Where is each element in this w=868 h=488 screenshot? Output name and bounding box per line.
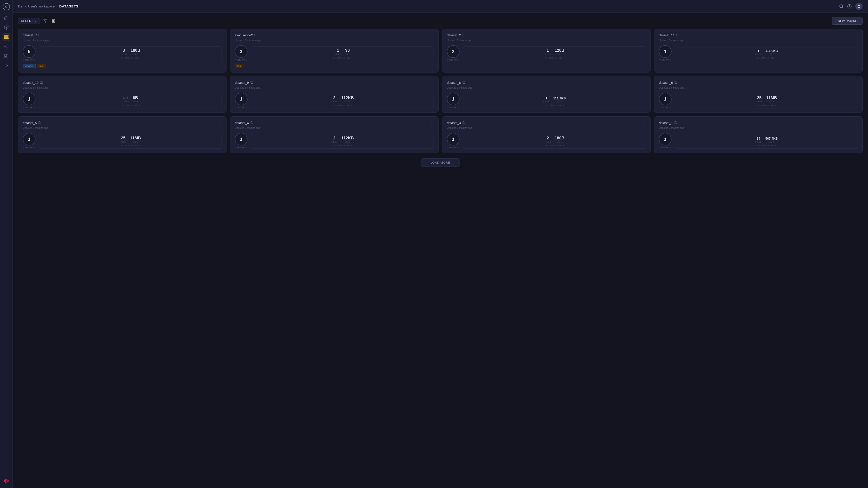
files-value: 25 [757,96,762,100]
card-header: dataset_4 [235,121,434,125]
svg-rect-23 [54,20,55,21]
card-title-row: sync_mode2 [235,33,257,37]
dataset-card[interactable]: dataset_9 Updated 3 months ago 1 VERSION… [230,76,438,113]
dataset-card[interactable]: sync_mode2 Updated 8 minutes ago 3 VERSI… [230,29,438,72]
search-button[interactable] [839,4,844,8]
dataset-card[interactable]: dataset_4 Updated 3 months ago 1 VERSION… [230,116,438,153]
dataset-card[interactable]: dataset_7 Updated 7 minutes ago 5 VERSIO… [18,29,226,72]
files-value: 14 [757,137,761,140]
svg-point-37 [432,36,432,36]
files-stat: 1 FILES [755,49,762,55]
size-stat: 567.4KB SIZE [765,137,778,143]
versions-col: 1 VERSIONS [23,93,35,108]
list-view-button[interactable] [59,18,66,24]
size-label: SIZE [557,53,562,55]
size-label: SIZE [769,101,774,103]
versions-label: VERSIONS [659,147,671,149]
card-header: dataset_8 [447,80,646,85]
card-header: dataset_11 [659,33,858,37]
tag: tag [37,64,45,68]
help-button[interactable] [847,4,852,8]
sidebar-item-models[interactable] [2,24,10,32]
size-label: SIZE [769,53,774,55]
recent-label: RECENT [21,19,33,23]
sidebar-item-reports[interactable] [2,52,10,60]
card-stats: 1 VERSIONS 2 FILES 180B SIZE LATEST VERS… [447,133,646,149]
dataset-card[interactable]: dataset_6 Updated 3 months ago 1 VERSION… [654,76,863,113]
breadcrumb: Demo User's workspace / DATASETS [18,4,837,8]
sidebar-top: C [2,3,10,70]
sidebar-item-datasets[interactable] [2,33,10,41]
breadcrumb-workspace: Demo User's workspace [18,4,55,8]
size-label: SIZE [133,141,138,143]
new-dataset-button[interactable]: + NEW DATASET [832,17,863,25]
files-value: 3 [123,48,125,53]
svg-point-8 [7,47,8,48]
sidebar-item-home[interactable] [2,14,10,22]
latest-version-label: LATEST VERSION [121,144,140,147]
latest-version-label: LATEST VERSION [545,57,564,59]
size-label: SIZE [133,101,138,103]
svg-line-10 [6,46,7,47]
card-updated: Updated 3 months ago [235,86,434,89]
card-updated: Updated 3 months ago [447,86,646,89]
card-tags: newesttag [23,64,222,68]
card-menu-button[interactable] [854,33,858,37]
sidebar-item-deploy[interactable] [2,61,10,70]
user-avatar[interactable] [855,3,863,10]
latest-version-label: LATEST VERSION [333,104,352,106]
card-menu-button[interactable] [430,33,434,37]
card-menu-button[interactable] [854,80,858,85]
card-header: dataset_10 [23,80,222,85]
dataset-card[interactable]: dataset_3 Updated 3 months ago 1 VERSION… [442,116,651,153]
card-header: dataset_1 [659,121,858,125]
card-menu-button[interactable] [430,121,434,125]
versions-label: VERSIONS [235,106,247,108]
card-menu-button[interactable] [218,80,222,85]
toolbar-left: RECENT [18,18,66,24]
files-label: FILES [755,141,762,143]
size-label: SIZE [769,141,774,143]
card-menu-button[interactable] [218,33,222,37]
card-stats: 1 VERSIONS 1 FILES 111.9KB SIZE LATEST V… [447,93,646,108]
size-stat: 112KB SIZE [341,96,354,103]
size-stat: 120B SIZE [555,48,564,55]
versions-circle: 5 [23,45,35,58]
recent-filter-button[interactable]: RECENT [18,18,40,24]
card-title-row: dataset_9 [235,81,253,85]
filter-button[interactable] [42,18,49,24]
card-menu-button[interactable] [430,80,434,85]
card-menu-button[interactable] [642,33,646,37]
dataset-card[interactable]: dataset_5 Updated 3 months ago 1 VERSION… [18,116,226,153]
size-value: 11MB [130,136,141,140]
svg-point-57 [220,122,220,123]
svg-line-17 [842,7,843,8]
sidebar-item-pipelines[interactable] [2,42,10,51]
app-logo[interactable]: C [2,3,10,11]
card-menu-button[interactable] [854,121,858,125]
versions-col: 1 VERSIONS [447,93,460,108]
grid-view-button[interactable] [51,18,57,24]
files-label: FILES [545,141,551,143]
latest-version-label: LATEST VERSION [545,144,564,147]
versions-label: VERSIONS [447,59,459,61]
folder-icon [250,121,253,125]
card-title-row: dataset_6 [659,81,677,85]
files-stat: 1 FILES [335,48,341,55]
card-updated: Updated 8 minutes ago [235,39,434,41]
card-menu-button[interactable] [218,121,222,125]
sidebar-item-slack[interactable] [2,477,10,485]
dataset-card[interactable]: dataset_2 Updated 3 months ago 2 VERSION… [442,29,651,72]
dataset-card[interactable]: dataset_11 Updated 3 months ago 1 VERSIO… [654,29,863,72]
size-stat: 90 SIZE [345,48,350,55]
dataset-card[interactable]: dataset_8 Updated 3 months ago 1 VERSION… [442,76,651,113]
dataset-card[interactable]: dataset_10 Updated 3 months ago 1 VERSIO… [18,76,226,113]
card-menu-button[interactable] [642,121,646,125]
svg-rect-22 [53,20,54,21]
load-more-button[interactable]: LOAD MORE [421,158,459,167]
files-value: 1 [337,48,339,53]
dataset-card[interactable]: dataset_1 Updated 3 months ago 1 VERSION… [654,116,863,153]
card-menu-button[interactable] [642,80,646,85]
content-area: RECENT [13,13,868,488]
size-value: 11MB [766,96,777,100]
